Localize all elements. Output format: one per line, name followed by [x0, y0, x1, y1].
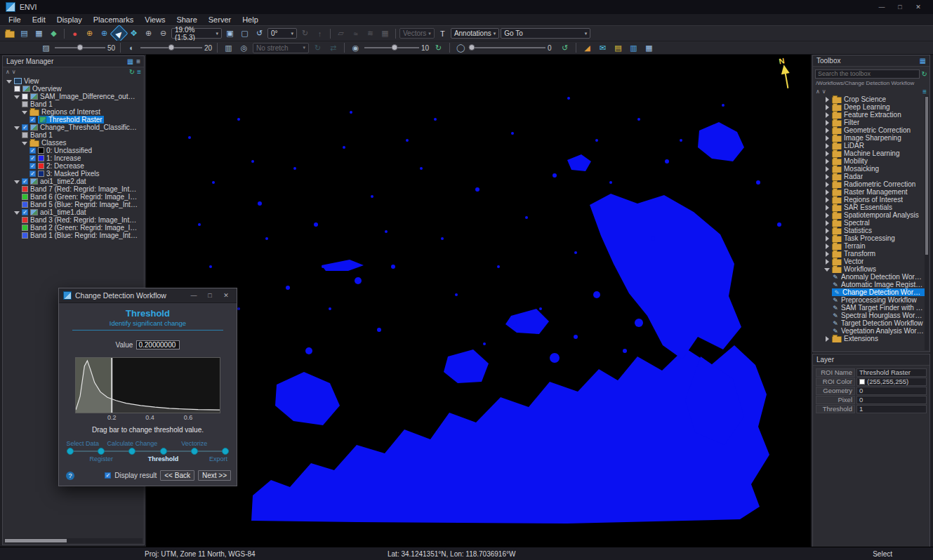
mask-icon[interactable]: ▥ [222, 41, 235, 54]
brightness-icon[interactable]: ◐ [125, 41, 138, 54]
refresh-sharpen-icon[interactable]: ↻ [432, 41, 445, 54]
goto-combo[interactable]: Go To▾ [501, 28, 590, 39]
toolbox-item[interactable]: Workflows [814, 265, 925, 273]
toolbox-item[interactable]: Filter [814, 119, 925, 126]
visibility-checkbox[interactable]: ✓ [22, 178, 28, 185]
mail-icon[interactable]: ✉ [596, 41, 609, 54]
toolbox-item[interactable]: Radiometric Correction [814, 180, 925, 188]
sharpen-slider[interactable] [364, 42, 419, 53]
layer-item[interactable]: Band 1 [4, 100, 139, 108]
toolbox-item[interactable]: Transform [814, 250, 925, 258]
step-dot[interactable] [67, 448, 74, 455]
sharpen-slider-thumb[interactable] [391, 44, 397, 51]
expand-icon[interactable] [824, 182, 830, 187]
layer-grid-icon[interactable]: ▦ [127, 58, 133, 65]
maximize-button[interactable]: □ [891, 4, 909, 11]
toolbox-collapse-up-icon[interactable]: ∧ [816, 88, 820, 95]
expand-icon[interactable] [824, 135, 830, 141]
zoom-out-icon[interactable]: ⊖ [157, 27, 170, 40]
back-button[interactable]: << Back [160, 470, 194, 481]
collapse-icon[interactable] [22, 109, 27, 115]
collapse-icon[interactable] [22, 140, 27, 146]
toolbox-item[interactable]: Raster Management [814, 188, 925, 196]
toolbox-vscrollbar[interactable] [925, 95, 929, 350]
layer-item[interactable]: Band 3 (Red: Regrid: Image_Intersection_… [4, 216, 139, 224]
minimize-button[interactable]: — [873, 4, 891, 11]
menu-file[interactable]: File [3, 15, 27, 24]
toolbox-item[interactable]: Machine Learning [814, 149, 925, 157]
annotations-combo[interactable]: Annotations▾ [451, 28, 499, 39]
visibility-checkbox[interactable] [22, 93, 28, 100]
placemark-icon[interactable]: ● [68, 27, 81, 40]
brightness-slider-thumb[interactable] [168, 44, 175, 51]
expand-icon[interactable] [824, 143, 830, 149]
help-icon[interactable]: ? [66, 472, 74, 480]
layer-item[interactable]: Band 1 (Blue: Regrid: Image_Intersection… [4, 232, 139, 239]
visibility-checkbox[interactable]: ✓ [29, 116, 36, 123]
layer-item[interactable]: ✓0: Unclassified [4, 147, 139, 154]
toolbox-item[interactable]: Vector [814, 258, 925, 265]
sharpen-icon[interactable]: ◉ [349, 41, 362, 54]
brightness-slider[interactable] [140, 42, 202, 53]
pan-tool-icon[interactable]: ✥ [127, 27, 140, 40]
layer-item[interactable]: ✓aoi1_time2.dat [4, 178, 139, 185]
expand-icon[interactable] [824, 197, 830, 203]
layer-item[interactable]: ✓Threshold Raster [4, 116, 139, 124]
close-button[interactable]: ✕ [909, 4, 927, 11]
menu-placemarks[interactable]: Placemarks [88, 15, 139, 24]
toolbox-item[interactable]: Crop Science [814, 95, 925, 103]
collapse-icon[interactable] [6, 79, 12, 84]
band-panel-icon[interactable]: ▤ [611, 41, 625, 54]
layer-item[interactable]: View [4, 77, 139, 85]
threshold-value-input[interactable] [136, 340, 180, 349]
toolbox-item[interactable]: Spectral [814, 219, 925, 227]
expand-icon[interactable] [824, 120, 830, 126]
visibility-checkbox[interactable]: ✓ [29, 171, 36, 177]
display-result-checkbox[interactable]: ✓ [105, 472, 111, 479]
histogram-icon[interactable]: ◢ [581, 41, 594, 54]
blur-icon[interactable]: ◯ [454, 41, 468, 54]
property-value[interactable]: Threshold Raster [856, 368, 927, 377]
visibility-checkbox[interactable]: ✓ [29, 155, 36, 161]
layer-menu-icon[interactable]: ≡ [136, 58, 140, 65]
image-view[interactable]: N [146, 55, 811, 547]
toolbox-collapse-down-icon[interactable]: ∨ [822, 88, 826, 95]
layer-item[interactable]: ✓1: Increase [4, 154, 139, 162]
layer-item[interactable]: Band 6 (Green: Regrid: Image_Intersectio… [4, 193, 139, 201]
step-dot[interactable] [160, 448, 167, 455]
layer-item[interactable]: SAM_Image_Difference_output_raster_32... [4, 93, 139, 100]
expand-icon[interactable] [824, 251, 830, 257]
toolbox-item[interactable]: ✎Anomaly Detection Workflow [814, 273, 925, 281]
expand-icon[interactable] [824, 112, 830, 118]
toolbox-item[interactable]: ✎Automatic Image Registration Workfl... [814, 281, 925, 288]
collapse-icon[interactable] [14, 94, 20, 100]
toolbox-item[interactable]: Mobility [814, 157, 925, 165]
collapse-icon[interactable] [824, 267, 830, 272]
toolbox-item[interactable]: ✎Change Detection Workflow [814, 288, 925, 296]
toolbox-panel-icon[interactable]: ▦ [920, 57, 926, 65]
menu-display[interactable]: Display [51, 15, 88, 24]
layer-item[interactable]: Regions of Interest [4, 108, 139, 116]
expand-icon[interactable] [824, 228, 830, 234]
toolbox-item[interactable]: ✎Spectral Hourglass Workflow [814, 312, 925, 319]
threshold-histogram[interactable] [75, 357, 220, 413]
dialog-minimize-button[interactable]: — [187, 292, 200, 299]
toolbox-item[interactable]: ✎Vegetation Analysis Workflow [814, 327, 925, 335]
zoom-in-icon[interactable]: ⊕ [142, 27, 155, 40]
zoom-fit-icon[interactable]: ▣ [223, 27, 237, 40]
step-dot[interactable] [191, 448, 198, 455]
expand-icon[interactable] [824, 244, 830, 249]
expand-icon[interactable] [824, 159, 830, 164]
dialog-maximize-button[interactable]: □ [204, 292, 216, 299]
visibility-checkbox[interactable] [14, 86, 20, 92]
toolbox-item[interactable]: Spatiotemporal Analysis [814, 211, 925, 219]
toolbox-item[interactable]: Statistics [814, 227, 925, 234]
refresh-icon[interactable]: ↻ [129, 68, 135, 76]
layer-item[interactable]: ✓aoi1_time1.dat [4, 208, 139, 216]
expand-icon[interactable] [824, 97, 830, 102]
next-button[interactable]: Next >> [198, 470, 231, 481]
layer-item[interactable]: Band 7 (Red: Regrid: Image_Intersection_… [4, 185, 139, 193]
layer-item[interactable]: Classes [4, 139, 139, 147]
rotate-ccw-icon[interactable]: ↺ [253, 27, 266, 40]
expand-icon[interactable] [824, 236, 830, 241]
